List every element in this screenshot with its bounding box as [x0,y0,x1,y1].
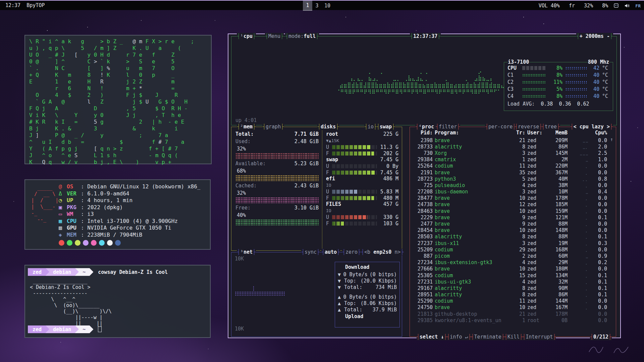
temp-graph [565,81,587,83]
net-stat-row: ▼0 Byte/s(0 bitps) [338,271,397,278]
disk-meter-row: U330 G [326,214,398,220]
cpu-core-row: C18%40°C [507,71,609,78]
net-sync-tab[interactable]: ┤sync├ [301,249,320,255]
cowsay-terminal[interactable]: zeddebian~cowsay Debian-Z Is Cool ______… [24,265,211,338]
proc-action-info[interactable]: ┤info ↵├ [447,334,471,340]
process-row[interactable]: 25264codium11zed220M⡀0.0 [414,163,612,169]
cpu-core-row: C48%40°C [507,93,609,100]
process-row[interactable]: 28723python35zed40M⡀⡀0.8 [414,176,612,182]
cpu-core-row: C35%40°C [507,85,609,93]
shell-prompt-input[interactable]: zeddebian~ [28,325,102,333]
process-row[interactable]: 29385kworker/u8:1-events_un1root0B0.0 [414,317,612,323]
terminal-cursor [98,326,102,332]
disks-swap-tab[interactable]: ┤swap├ [376,123,395,130]
volume-icon[interactable] [624,3,630,8]
process-row[interactable]: 29167alacritty8zed90M⡀0.1 [414,285,612,291]
process-row[interactable]: 2191brave35zed367M⡀0.0 [414,169,612,176]
color-dot [83,240,89,246]
disk-usage-bar [332,171,377,175]
cmatrix-terminal[interactable]: \ R " i ^ a k g > b Z _ @ m F X > r e ;u… [24,35,212,164]
process-row[interactable]: 28463brave10zed159M⡀0.0 [414,208,612,214]
load-average: Load AVG:0.380.360.62 [507,101,609,107]
proc-reverse-toggle[interactable]: ┤reverse├ [515,123,542,130]
process-row[interactable]: 887picom2zed60M⣀0.9 [414,253,612,259]
proc-filter-button[interactable]: ┤filter├ [435,123,460,130]
matrix-line: Y ( A f p g j [ q n > z f + [ # 7 [29,145,210,152]
notification-icon[interactable] [613,3,619,8]
process-row[interactable]: 2229brave9zed121M⡀0.1 [414,214,612,221]
process-row[interactable]: 25209codium29zed168M⡀0.0 [414,246,612,253]
color-dot [59,240,64,246]
matrix-line: V i K \ Y y 0 J j , T h e [29,112,210,119]
net-interface-switcher[interactable]: ┤<b enp2s0 n>├ [361,249,404,255]
net-stat-row: ▲Total:37.9 MiB [338,306,397,313]
net-auto-tab[interactable]: ┤auto├ [321,249,340,255]
process-row[interactable]: 730Xorg3zed145M⣀⣀⣀2.5 [414,150,612,156]
proc-sort-selector[interactable]: ┤< cpu lazy >├ [570,123,613,130]
top-bar: 12:37 BpyTOP 1310 VOL 40% fr 32% 8% FR [0,0,644,10]
proc-action-kill[interactable]: ┤Kill├ [504,334,523,340]
process-row[interactable]: 25305codium15zed134M⡀0.1 [414,272,612,279]
disk-usage-bar [332,145,377,149]
cached-meter [235,197,319,203]
fetch-terminal[interactable]: _____ / __ \ | / | | \___- -_ --_ @OS : … [24,179,211,250]
system-info-row: ▣PKG: 2022 (dpkg) [59,204,200,211]
process-row[interactable]: 29384cmatrix1zed2M⣀1.0 [414,157,612,163]
proc-action-interrupt[interactable]: ┤Interrupt├ [523,334,556,340]
process-row[interactable]: 24750brave10zed167M⡀0.0 [414,304,612,311]
mem-stat-row: Cached:2.43 GiB [235,183,319,190]
pkg-icon: ▣ [59,204,67,211]
free-meter [235,219,319,225]
process-count: ┤0/212├ [590,334,612,340]
workspace-button-1[interactable]: 1 [303,1,312,11]
mode-toggle[interactable]: ┤mode:full├ [285,33,319,40]
process-row[interactable]: 21813github-desktop21zed178M0.0 [414,311,612,317]
process-row[interactable]: 2398brave21zed209M⣀⣀0.0 [414,137,612,143]
proc-action-terminate[interactable]: ┤Terminate├ [471,334,504,340]
proc-percore-toggle[interactable]: ┤per-core├ [485,123,516,130]
net-box: ┤³net├ ┤sync├ ┤auto├ ┤zero├ ┤<b enp2s0 n… [231,252,402,337]
disks-io-tab[interactable]: ┤io├ [364,123,377,130]
proc-tree-toggle[interactable]: ┤tree├ [541,123,560,130]
proc-column-headers[interactable]: Pid: Program: Tr: User: MemB Cpu% [414,130,612,136]
disk-usage-bar [332,152,377,156]
mem-stat-row: Free:3.10 GiB [235,205,319,212]
process-row[interactable]: 28951alacritty8zed86M⡀0.1 [414,292,612,298]
disk-row: FILES457 G [326,201,398,207]
color-dot [67,240,72,246]
disk-meter-row: U11.3 G [326,144,398,150]
matrix-line: J ] P @ _ / y ; 7 a [29,132,210,139]
process-row[interactable]: 28733alacritty8zed86M⣀⡀2.0 [414,143,612,150]
mem-box-title: ┤²mem├ [237,123,256,130]
process-row[interactable]: 725pulseaudio4zed38M⡀0.0 [414,182,612,188]
process-row[interactable]: 2477brave9zed88M⡀0.0 [414,221,612,227]
mem-stat-row: Available:5.23 GiB [235,161,319,168]
ver-icon: Δ [59,190,67,197]
process-row[interactable]: 24738brave12zed185M⡀0.0 [414,201,612,208]
process-row[interactable]: 27208ibus-daemon3zed10M⣀0.4 [414,189,612,195]
process-row[interactable]: 27237ibus-x113zed19M⡀0.3 [414,240,612,246]
cpu-usage-graph: ⡀ ⢀ ⢀ ⡀ ⡠ ⢠⡀⣄⡀ ⣦⣠⡀ ⣀⡀ ⢀⣧⣄⣰⣄⢀ ⢀ ⢀ ⣠⣷⣦⣀⡄ ⣴… [336,67,504,96]
status-area: VOL 40% fr 32% 8% FR [539,1,641,11]
process-row[interactable]: 25290codium11zed144M⡀0.0 [414,298,612,304]
process-row[interactable]: 27666brave10zed180M⡀0.0 [414,266,612,272]
process-row[interactable]: 27234ibus-extension-gtk34zed29M⡀0.2 [414,259,612,266]
mem-stat-row: Used:2.48 GiB [235,138,319,146]
net-scale-top: 10K [235,256,244,262]
mem-graph-tab[interactable]: ┤graph├ [262,123,284,130]
workspace-button-10[interactable]: 10 [322,1,333,11]
process-row[interactable]: 27231ibus-ui-gtk34zed32M⡀0.1 [414,279,612,285]
bpytop-window[interactable]: ┤¹cpu├ ┤Menu├ ┤mode:full├ ┤12:37:37├ ┤+ … [228,34,621,338]
process-row[interactable]: 28503alacritty8zed88M⡀0.1 [414,234,612,240]
proc-action-select[interactable]: ┤select ↓├ [417,334,447,340]
workspace-button-3[interactable]: 3 [312,1,322,11]
disk-row: root225 G [326,131,398,137]
menu-button[interactable]: ┤Menu├ [265,33,284,40]
process-row[interactable]: 28477brave10zed178M⡀0.0 [414,195,612,201]
wallpaper-signature [585,340,632,357]
process-row[interactable]: 28454brave10zed148M⡀0.0 [414,227,612,234]
keyboard-layout-badge[interactable]: FR [635,3,641,8]
net-zero-tab[interactable]: ┤zero├ [342,249,361,255]
interval-control[interactable]: ┤+ 2000ms -├ [576,33,613,40]
color-dot [75,240,80,246]
